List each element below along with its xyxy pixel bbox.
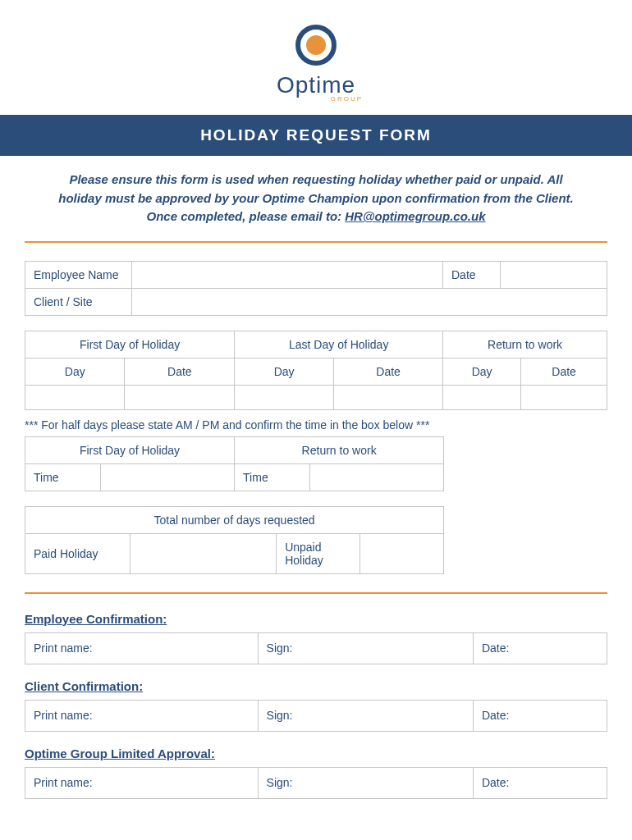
optime-approval-table: Print name: Sign: Date: <box>25 767 607 799</box>
input-first-date[interactable] <box>125 385 235 409</box>
divider-orange-top <box>25 241 607 243</box>
label-client-date[interactable]: Date: <box>473 700 607 731</box>
sub-day-2: Day <box>235 358 334 385</box>
label-optime-print[interactable]: Print name: <box>25 767 259 798</box>
label-emp-sign[interactable]: Sign: <box>258 632 473 664</box>
label-employee-name: Employee Name <box>25 261 132 288</box>
label-client-site: Client / Site <box>25 288 132 315</box>
page-container: Optime GROUP HOLIDAY REQUEST FORM Please… <box>0 0 632 830</box>
heading-employee-conf: Employee Confirmation: <box>25 612 607 626</box>
input-paid[interactable] <box>130 533 277 573</box>
header-last-day: Last Day of Holiday <box>235 331 443 358</box>
input-last-date[interactable] <box>334 385 443 409</box>
input-return-date[interactable] <box>521 385 607 409</box>
table-row: First Day of Holiday Last Day of Holiday… <box>25 331 607 358</box>
form-title: HOLIDAY REQUEST FORM <box>0 115 632 156</box>
input-return-day[interactable] <box>443 385 521 409</box>
sub-date-3: Date <box>521 358 607 385</box>
table-row: Employee Name Date <box>25 261 607 288</box>
instructions-line1: Please ensure this form is used when req… <box>69 172 562 186</box>
holiday-dates-table: First Day of Holiday Last Day of Holiday… <box>25 331 607 410</box>
label-emp-print[interactable]: Print name: <box>25 632 259 664</box>
sub-day-3: Day <box>443 358 521 385</box>
table-row: Print name: Sign: Date: <box>25 767 607 798</box>
input-last-day[interactable] <box>235 385 334 409</box>
days-requested-table: Total number of days requested Paid Holi… <box>25 506 444 574</box>
table-row <box>25 385 607 409</box>
table-row: Client / Site <box>25 288 607 315</box>
header-total-days: Total number of days requested <box>25 506 444 533</box>
input-client-site[interactable] <box>132 288 607 315</box>
input-date[interactable] <box>501 261 607 288</box>
label-date: Date <box>443 261 501 288</box>
table-row: Print name: Sign: Date: <box>25 632 607 664</box>
half-day-note: *** For half days please state AM / PM a… <box>25 418 607 431</box>
table-row: Time Time <box>25 463 444 491</box>
header-return: Return to work <box>443 331 607 358</box>
label-emp-date[interactable]: Date: <box>473 632 607 664</box>
divider-orange-bottom <box>25 592 607 594</box>
table-row: First Day of Holiday Return to work <box>25 436 444 463</box>
label-client-sign[interactable]: Sign: <box>258 700 473 731</box>
instructions-email: HR@optimegroup.co.uk <box>345 209 485 223</box>
sub-day-1: Day <box>25 358 125 385</box>
client-confirmation-table: Print name: Sign: Date: <box>25 700 607 732</box>
label-unpaid: Unpaid Holiday <box>277 533 360 573</box>
sub-date-1: Date <box>125 358 235 385</box>
header-hd-first: First Day of Holiday <box>25 436 235 463</box>
table-row: Total number of days requested <box>25 506 444 533</box>
table-row: Day Date Day Date Day Date <box>25 358 607 385</box>
input-unpaid[interactable] <box>360 533 444 573</box>
logo-area: Optime GROUP <box>25 16 607 115</box>
label-time-1: Time <box>25 463 101 491</box>
input-first-day[interactable] <box>25 385 125 409</box>
heading-optime-approval: Optime Group Limited Approval: <box>25 746 607 760</box>
table-row: Print name: Sign: Date: <box>25 700 607 731</box>
label-time-2: Time <box>235 463 310 491</box>
input-time-first[interactable] <box>100 463 234 491</box>
label-paid: Paid Holiday <box>25 533 131 573</box>
input-time-return[interactable] <box>309 463 443 491</box>
sub-date-2: Date <box>334 358 443 385</box>
table-row: Paid Holiday Unpaid Holiday <box>25 533 444 573</box>
instructions-line3-prefix: Once completed, please email to: <box>146 209 345 223</box>
label-client-print[interactable]: Print name: <box>25 700 259 731</box>
label-optime-sign[interactable]: Sign: <box>258 767 473 798</box>
employee-confirmation-table: Print name: Sign: Date: <box>25 632 607 664</box>
label-optime-date[interactable]: Date: <box>473 767 607 798</box>
half-day-table: First Day of Holiday Return to work Time… <box>25 436 444 491</box>
logo-sub-text: GROUP <box>86 95 607 103</box>
instructions-line2: holiday must be approved by your Optime … <box>58 191 574 205</box>
header-hd-return: Return to work <box>235 436 444 463</box>
instructions-block: Please ensure this form is used when req… <box>25 156 607 240</box>
heading-client-conf: Client Confirmation: <box>25 679 607 693</box>
input-employee-name[interactable] <box>132 261 443 288</box>
employee-info-table: Employee Name Date Client / Site <box>25 261 607 316</box>
header-first-day: First Day of Holiday <box>25 331 235 358</box>
logo-icon <box>295 25 337 66</box>
